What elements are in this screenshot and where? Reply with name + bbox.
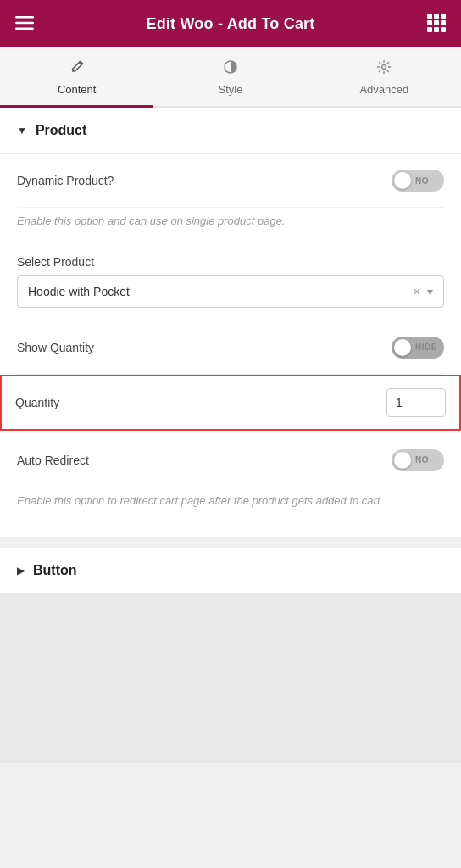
tab-style-label: Style — [219, 83, 243, 96]
svg-point-13 — [382, 65, 386, 70]
hamburger-icon[interactable] — [15, 14, 34, 35]
bottom-area — [0, 593, 461, 763]
svg-rect-10 — [434, 27, 439, 32]
section-divider — [0, 537, 461, 548]
toggle-knob-3 — [394, 452, 411, 469]
product-section-header[interactable]: ▼ Product — [0, 108, 461, 154]
svg-rect-0 — [15, 16, 34, 19]
pencil-icon — [69, 59, 85, 79]
dynamic-product-toggle[interactable]: NO — [392, 170, 444, 192]
tab-bar: Content Style Advanced — [0, 47, 461, 108]
svg-rect-1 — [15, 21, 34, 24]
gear-icon — [376, 59, 392, 79]
header-title: Edit Woo - Add To Cart — [146, 15, 314, 33]
tab-advanced-label: Advanced — [359, 83, 408, 96]
app-header: Edit Woo - Add To Cart — [0, 0, 461, 47]
dynamic-product-label: Dynamic Product? — [17, 174, 114, 187]
quantity-input[interactable] — [386, 388, 446, 417]
toggle-knob — [394, 172, 411, 189]
dynamic-product-helper: Enable this option and can use on single… — [17, 208, 444, 242]
chevron-down-icon[interactable]: ▾ — [427, 285, 433, 298]
circle-half-icon — [223, 59, 238, 79]
svg-rect-8 — [441, 20, 446, 25]
svg-rect-6 — [427, 20, 432, 25]
select-controls: × ▾ — [414, 285, 433, 298]
show-quantity-label: Show Quantity — [17, 341, 94, 354]
product-section-title: Product — [36, 123, 86, 138]
quantity-label: Quantity — [15, 396, 59, 409]
show-quantity-toggle[interactable]: HIDE — [392, 337, 444, 359]
button-section-title: Button — [33, 563, 77, 578]
toggle-no-label-2: NO — [415, 455, 429, 465]
auto-redirect-row: Auto Redirect NO — [17, 434, 444, 487]
svg-rect-2 — [15, 27, 34, 30]
svg-rect-11 — [441, 27, 446, 32]
arrow-right-icon: ▶ — [17, 565, 25, 576]
dynamic-product-row: Dynamic Product? NO — [17, 154, 444, 208]
svg-rect-5 — [441, 14, 446, 19]
select-product-dropdown[interactable]: Hoodie with Pocket × ▾ — [17, 275, 444, 308]
grid-icon[interactable] — [427, 14, 446, 35]
select-product-value: Hoodie with Pocket — [28, 285, 130, 298]
button-section-header[interactable]: ▶ Button — [0, 548, 461, 593]
show-quantity-row: Show Quantity HIDE — [17, 321, 444, 375]
select-product-section: Select Product Hoodie with Pocket × ▾ — [17, 242, 444, 308]
tab-content[interactable]: Content — [0, 47, 153, 106]
toggle-knob-2 — [394, 339, 411, 356]
tab-advanced[interactable]: Advanced — [308, 47, 461, 106]
select-product-label: Select Product — [17, 242, 444, 275]
tab-style[interactable]: Style — [153, 47, 307, 106]
auto-redirect-label: Auto Redirect — [17, 453, 89, 467]
svg-rect-7 — [434, 20, 439, 25]
arrow-down-icon: ▼ — [17, 125, 27, 136]
svg-rect-3 — [427, 14, 432, 19]
auto-redirect-helper: Enable this option to redirect cart page… — [17, 487, 444, 521]
toggle-no-label: NO — [415, 176, 429, 186]
svg-rect-4 — [434, 14, 439, 19]
toggle-hide-label: HIDE — [415, 342, 437, 352]
auto-redirect-toggle[interactable]: NO — [392, 449, 444, 471]
quantity-row: Quantity — [0, 375, 461, 431]
product-form: Dynamic Product? NO Enable this option a… — [0, 154, 461, 537]
svg-rect-9 — [427, 27, 432, 32]
clear-icon[interactable]: × — [414, 285, 420, 298]
tab-content-label: Content — [58, 83, 97, 96]
